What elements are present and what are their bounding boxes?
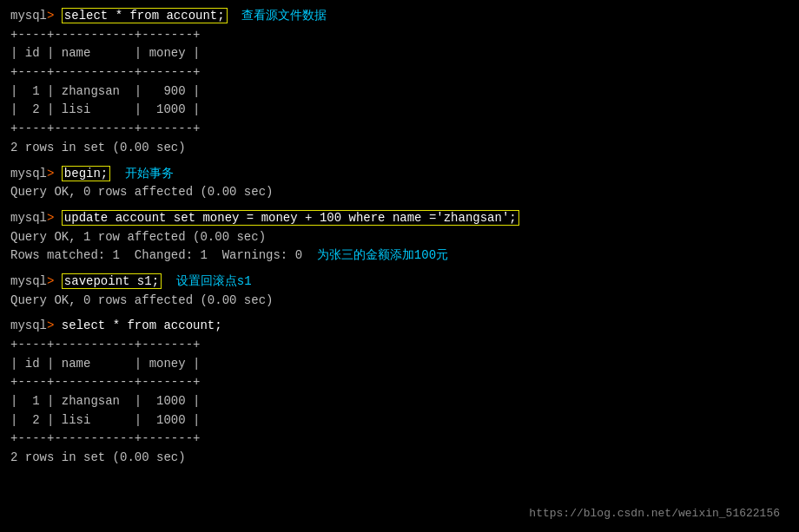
output-line: +----+-----------+-------+ (10, 120, 789, 139)
command-text: select * from account; (62, 8, 228, 23)
prompt-text: mysql> (10, 167, 62, 181)
spacer-line (10, 158, 789, 165)
output-line: 2 rows in set (0.00 sec) (10, 139, 789, 158)
output-line: 2 rows in set (0.00 sec) (10, 449, 789, 468)
terminal-line: mysql> select * from account; (10, 317, 789, 336)
prompt-text: mysql> (10, 9, 62, 23)
terminal-line: mysql> begin; 开始事务 (10, 165, 789, 184)
footer-url: https://blog.csdn.net/weixin_51622156 (529, 507, 780, 520)
terminal: mysql> select * from account; 查看源文件数据+--… (10, 7, 789, 525)
output-line: +----+-----------+-------+ (10, 26, 789, 45)
output-line: Query OK, 0 rows affected (0.00 sec) (10, 183, 789, 202)
output-line: +----+-----------+-------+ (10, 373, 789, 392)
command-text: update account set money = money + 100 w… (62, 210, 519, 226)
output-text: Rows matched: 1 Changed: 1 Warnings: 0 (10, 248, 302, 262)
output-line: | 2 | lisi | 1000 | (10, 411, 789, 430)
command-text: select * from account; (62, 319, 222, 332)
prompt-text: mysql> (10, 211, 62, 225)
spacer-line (10, 202, 789, 209)
output-line: | id | name | money | (10, 355, 789, 374)
terminal-line: mysql> select * from account; 查看源文件数据 (10, 7, 789, 26)
prompt-text: mysql> (10, 274, 62, 288)
prompt-text: mysql> (10, 319, 62, 332)
terminal-line: Rows matched: 1 Changed: 1 Warnings: 0 为… (10, 246, 789, 266)
spacer-line (10, 266, 789, 273)
comment-text: 设置回滚点s1 (162, 274, 252, 288)
terminal-line: mysql> savepoint s1; 设置回滚点s1 (10, 273, 789, 292)
output-line: +----+-----------+-------+ (10, 63, 789, 82)
comment-text: 查看源文件数据 (228, 9, 327, 23)
command-text: begin; (62, 166, 110, 181)
output-line: +----+-----------+-------+ (10, 430, 789, 449)
comment-text: 为张三的金额添加100元 (302, 248, 448, 262)
output-line: | 1 | zhangsan | 900 | (10, 82, 789, 102)
command-text: savepoint s1; (62, 273, 162, 289)
terminal-line: mysql> update account set money = money … (10, 209, 789, 228)
output-line: | id | name | money | (10, 44, 789, 63)
output-line: | 1 | zhangsan | 1000 | (10, 392, 789, 411)
output-line: +----+-----------+-------+ (10, 336, 789, 355)
output-line: Query OK, 1 row affected (0.00 sec) (10, 228, 789, 247)
comment-text: 开始事务 (110, 167, 174, 181)
spacer-line (10, 310, 789, 317)
output-line: | 2 | lisi | 1000 | (10, 101, 789, 120)
output-line: Query OK, 0 rows affected (0.00 sec) (10, 292, 789, 311)
